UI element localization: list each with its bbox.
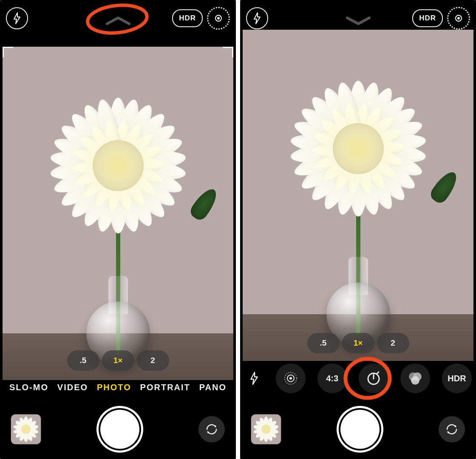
mode-photo[interactable]: PHOTO <box>97 383 131 392</box>
subject-flower <box>243 30 473 361</box>
flip-camera-button[interactable] <box>439 416 465 442</box>
hdr-label: HDR <box>419 14 436 23</box>
flash-icon <box>249 372 259 385</box>
zoom-selector: .5 1× 2 <box>307 333 409 353</box>
flash-button[interactable] <box>246 7 268 29</box>
svg-point-1 <box>217 17 220 20</box>
zoom-1x[interactable]: 1× <box>102 350 134 371</box>
mode-selector[interactable]: SLO-MO VIDEO PHOTO PORTRAIT PANO <box>0 378 236 396</box>
mode-video[interactable]: VIDEO <box>57 383 88 392</box>
zoom-selector: .5 1× 2 <box>67 350 169 371</box>
aspect-label: 4:3 <box>326 374 338 383</box>
timer-option[interactable] <box>359 363 388 393</box>
mode-pano[interactable]: PANO <box>199 383 227 392</box>
hdr-button[interactable]: HDR <box>172 9 203 27</box>
zoom-tele[interactable]: 2 <box>377 333 409 353</box>
chevron-up-icon <box>105 15 132 25</box>
camera-options-row: 4:3 HDR <box>240 361 476 395</box>
zoom-tele[interactable]: 2 <box>137 350 169 371</box>
filters-icon <box>407 371 424 386</box>
flip-camera-icon <box>204 422 219 436</box>
hdr-option[interactable]: HDR <box>442 363 472 393</box>
last-photo-thumbnail[interactable] <box>251 414 281 444</box>
last-photo-thumbnail[interactable] <box>11 414 41 444</box>
svg-point-4 <box>457 17 460 20</box>
camera-screen-expanded: HDR .5 1× 2 <box>240 0 476 459</box>
shutter-button[interactable] <box>340 410 380 449</box>
flip-camera-icon <box>445 422 459 436</box>
subject-flower <box>3 47 233 380</box>
shutter-button[interactable] <box>100 410 139 449</box>
bottom-bar <box>240 400 476 459</box>
flip-camera-button[interactable] <box>198 416 225 442</box>
zoom-wide[interactable]: .5 <box>67 350 99 371</box>
flash-icon <box>253 12 261 24</box>
mode-portrait[interactable]: PORTRAIT <box>140 383 190 392</box>
camera-screen-collapsed: HDR .5 1× <box>0 0 236 459</box>
live-photo-icon <box>453 13 464 23</box>
flash-icon <box>13 12 21 24</box>
live-photo-button[interactable] <box>447 7 470 30</box>
viewfinder[interactable]: .5 1× 2 <box>243 30 473 361</box>
zoom-wide[interactable]: .5 <box>307 333 340 353</box>
timer-icon <box>366 370 382 386</box>
viewfinder[interactable]: .5 1× 2 <box>3 47 233 380</box>
live-photo-icon <box>283 371 298 386</box>
live-photo-button[interactable] <box>207 7 230 30</box>
expand-chevron[interactable] <box>105 15 132 25</box>
hdr-button[interactable]: HDR <box>412 9 443 27</box>
zoom-1x[interactable]: 1× <box>342 333 374 353</box>
svg-point-7 <box>289 377 292 380</box>
hdr-label: HDR <box>179 14 196 23</box>
flash-option[interactable] <box>244 363 264 393</box>
svg-point-11 <box>411 376 419 385</box>
hdr-option-label: HDR <box>448 374 466 383</box>
flash-button[interactable] <box>6 7 28 29</box>
live-photo-option[interactable] <box>276 363 306 393</box>
live-photo-icon <box>213 13 224 23</box>
bottom-bar <box>0 400 236 459</box>
aspect-option[interactable]: 4:3 <box>317 363 347 393</box>
filters-option[interactable] <box>400 363 430 393</box>
mode-slomo[interactable]: SLO-MO <box>9 383 48 392</box>
collapse-chevron[interactable] <box>345 15 372 25</box>
chevron-down-icon <box>345 15 372 25</box>
